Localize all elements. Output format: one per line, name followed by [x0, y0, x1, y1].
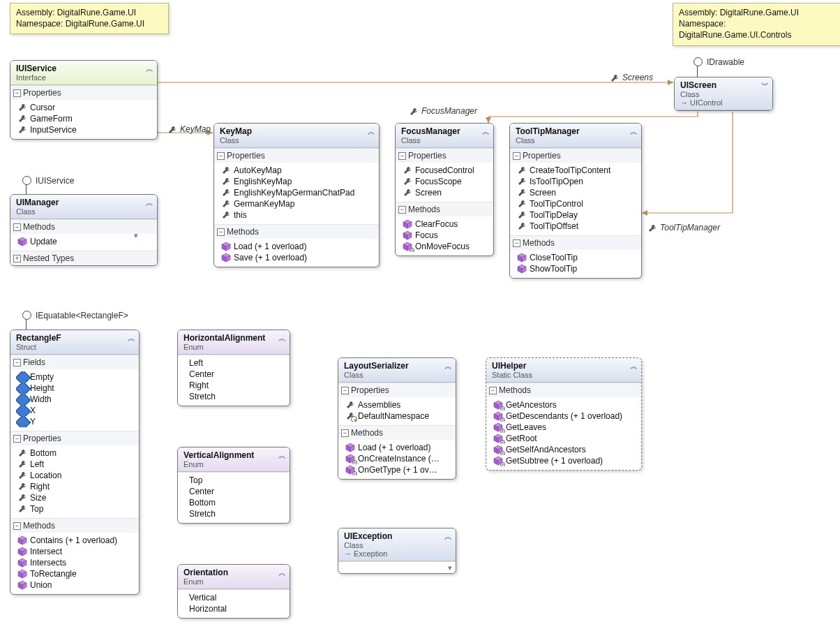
list-item[interactable]: FocusScope: [401, 176, 488, 187]
collapse-icon[interactable]: ︽: [366, 126, 376, 136]
expand-icon[interactable]: ︾: [760, 80, 770, 90]
list-item[interactable]: Center: [186, 369, 284, 380]
class-tooltipmanager[interactable]: ToolTipManager Class ︽ ▾ −Properties Cre…: [509, 123, 642, 279]
list-item[interactable]: ShowToolTip: [516, 263, 636, 274]
collapse-icon[interactable]: ︽: [144, 64, 154, 73]
minus-icon[interactable]: −: [489, 387, 497, 394]
list-item[interactable]: Union: [16, 579, 133, 591]
list-item[interactable]: Update: [16, 236, 151, 247]
list-item[interactable]: GetDescendants (+ 1 overload): [492, 411, 636, 422]
list-item[interactable]: Right: [16, 481, 133, 492]
minus-icon[interactable]: −: [217, 228, 225, 236]
list-item[interactable]: Y: [16, 416, 133, 427]
list-item[interactable]: Load (+ 1 overload): [220, 241, 373, 252]
minus-icon[interactable]: −: [13, 522, 21, 530]
collapse-icon[interactable]: ︽: [277, 450, 287, 460]
list-item[interactable]: GetLeaves: [492, 422, 636, 433]
minus-icon[interactable]: −: [513, 152, 520, 160]
filter-icon[interactable]: ▾: [448, 563, 452, 572]
list-item[interactable]: Size: [16, 492, 133, 503]
list-item[interactable]: Right: [186, 380, 284, 391]
collapse-icon[interactable]: ︽: [443, 361, 453, 371]
list-item[interactable]: Top: [16, 503, 133, 515]
minus-icon[interactable]: −: [341, 429, 349, 437]
list-item[interactable]: Load (+ 1 overload): [344, 442, 450, 453]
class-focusmanager[interactable]: FocusManager Class ︽ ▾ −Properties Focus…: [395, 123, 494, 256]
list-item[interactable]: OnMoveFocus: [401, 241, 488, 252]
list-item[interactable]: Stretch: [186, 391, 284, 402]
list-item[interactable]: EnglishKeyMap: [220, 176, 373, 187]
list-item[interactable]: Width: [16, 394, 133, 405]
list-item[interactable]: Center: [186, 486, 284, 497]
class-keymap[interactable]: KeyMap Class ︽ ▾ −Properties AutoKeyMap …: [213, 123, 380, 267]
class-uimanager[interactable]: UIManager Class ︽ ▾ −Methods Update +Nes…: [10, 194, 158, 266]
collapse-icon[interactable]: ︽: [481, 126, 490, 136]
class-rectanglef[interactable]: RectangleF Struct ︽ ▾ −Fields Empty Heig…: [10, 330, 140, 595]
minus-icon[interactable]: −: [398, 152, 406, 160]
collapse-icon[interactable]: ︽: [277, 568, 287, 577]
enum-orientation[interactable]: Orientation Enum ︽ Vertical Horizontal: [177, 564, 290, 619]
list-item[interactable]: X: [16, 405, 133, 416]
list-item[interactable]: Bottom: [16, 448, 133, 459]
list-item[interactable]: Left: [186, 357, 284, 369]
minus-icon[interactable]: −: [13, 223, 21, 231]
list-item[interactable]: Horizontal: [186, 603, 284, 614]
list-item[interactable]: Top: [186, 475, 284, 486]
class-iuiservice[interactable]: IUIService Interface ︽ −Properties Curso…: [10, 60, 158, 140]
list-item[interactable]: Stretch: [186, 508, 284, 519]
list-item[interactable]: GameForm: [16, 113, 151, 124]
list-item[interactable]: Contains (+ 1 overload): [16, 535, 133, 546]
class-layoutserializer[interactable]: LayoutSerializer Class ︽ ▾ −Properties A…: [338, 357, 456, 480]
list-item[interactable]: InputService: [16, 124, 151, 135]
list-item[interactable]: OnGetType (+ 1 ov…: [344, 464, 450, 475]
list-item[interactable]: EnglishKeyMapGermanChatPad: [220, 187, 373, 198]
list-item[interactable]: Height: [16, 383, 133, 394]
list-item[interactable]: OnCreateInstance (…: [344, 453, 450, 464]
list-item[interactable]: DefaultNamespace: [344, 411, 450, 422]
collapse-icon[interactable]: ︽: [126, 333, 136, 343]
list-item[interactable]: GetRoot: [492, 433, 636, 444]
collapse-icon[interactable]: ︽: [144, 198, 154, 207]
list-item[interactable]: Vertical: [186, 592, 284, 603]
list-item[interactable]: Focus: [401, 230, 488, 241]
list-item[interactable]: AutoKeyMap: [220, 165, 373, 176]
list-item[interactable]: ToolTipDelay: [516, 209, 636, 221]
list-item[interactable]: Cursor: [16, 102, 151, 113]
list-item[interactable]: Left: [16, 459, 133, 470]
list-item[interactable]: this: [220, 209, 373, 221]
minus-icon[interactable]: −: [217, 152, 225, 160]
list-item[interactable]: Intersect: [16, 546, 133, 557]
list-item[interactable]: Screen: [401, 187, 488, 198]
list-item[interactable]: Intersects: [16, 557, 133, 568]
class-uihelper[interactable]: UIHelper Static Class ︽ ▾ −Methods GetAn…: [486, 357, 642, 471]
collapse-icon[interactable]: ︽: [443, 531, 453, 541]
list-item[interactable]: GermanKeyMap: [220, 198, 373, 209]
list-item[interactable]: GetSelfAndAncestors: [492, 444, 636, 455]
minus-icon[interactable]: −: [398, 206, 406, 214]
plus-icon[interactable]: +: [13, 255, 21, 262]
enum-valign[interactable]: VerticalAlignment Enum ︽ Top Center Bott…: [177, 447, 290, 524]
minus-icon[interactable]: −: [13, 89, 21, 97]
list-item[interactable]: Save (+ 1 overload): [220, 252, 373, 263]
minus-icon[interactable]: −: [513, 239, 520, 247]
list-item[interactable]: FocusedControl: [401, 165, 488, 176]
list-item[interactable]: Location: [16, 470, 133, 481]
minus-icon[interactable]: −: [341, 387, 349, 394]
list-item[interactable]: ToRectangle: [16, 568, 133, 579]
list-item[interactable]: GetAncestors: [492, 399, 636, 411]
list-item[interactable]: Empty: [16, 371, 133, 383]
list-item[interactable]: Screen: [516, 187, 636, 198]
list-item[interactable]: Assemblies: [344, 399, 450, 411]
collapse-icon[interactable]: ︽: [629, 361, 638, 371]
list-item[interactable]: Bottom: [186, 497, 284, 508]
list-item[interactable]: ToolTipControl: [516, 198, 636, 209]
enum-halign[interactable]: HorizontalAlignment Enum ︽ Left Center R…: [177, 330, 290, 406]
list-item[interactable]: GetSubtree (+ 1 overload): [492, 455, 636, 466]
collapse-icon[interactable]: ︽: [629, 126, 638, 136]
class-uiexception[interactable]: UIException Class Exception ︽ ▾: [338, 528, 456, 574]
minus-icon[interactable]: −: [13, 359, 21, 367]
list-item[interactable]: CreateToolTipContent: [516, 165, 636, 176]
list-item[interactable]: ToolTipOffset: [516, 221, 636, 232]
list-item[interactable]: CloseToolTip: [516, 252, 636, 263]
collapse-icon[interactable]: ︽: [277, 333, 287, 343]
